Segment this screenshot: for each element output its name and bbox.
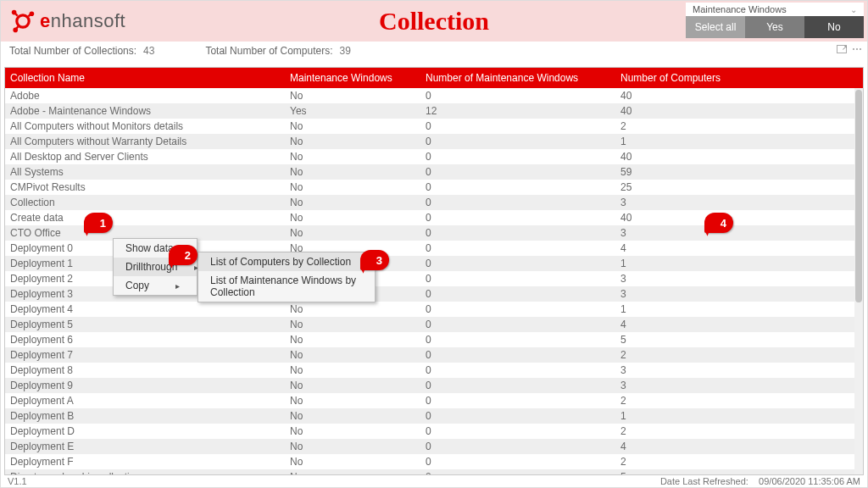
table-row[interactable]: Deployment 8No03 [5, 363, 854, 378]
cell-num-computers: 4 [615, 319, 854, 330]
annotation-4: 4 [704, 213, 733, 233]
cell-num-computers: 59 [615, 166, 854, 178]
cell-maintenance-windows: No [285, 303, 420, 315]
ctx-list-computers[interactable]: List of Computers by Collection [198, 252, 375, 271]
cell-num-computers: 4 [615, 441, 854, 452]
scrollbar-thumb[interactable] [855, 90, 862, 302]
table-row[interactable]: Deployment 5No04 [5, 317, 854, 332]
cell-num-computers: 2 [615, 120, 854, 132]
col-maintenance-windows[interactable]: Maintenance Windows [285, 72, 420, 84]
cell-num-computers: 5 [615, 334, 854, 346]
cell-num-maintenance-windows: 0 [420, 273, 615, 285]
annotation-3: 3 [360, 250, 389, 270]
cell-num-computers: 2 [615, 395, 854, 407]
cell-num-maintenance-windows: 0 [420, 166, 615, 178]
cell-collection-name: Deployment 5 [5, 319, 285, 330]
table-row[interactable]: AdobeNo040 [5, 88, 854, 103]
cell-collection-name: All Computers without Monitors details [5, 120, 285, 132]
total-computers-value: 39 [340, 45, 351, 57]
table-row[interactable]: Deployment FNo02 [5, 454, 854, 469]
cell-maintenance-windows: Yes [285, 105, 420, 117]
cell-num-maintenance-windows: 0 [420, 471, 615, 474]
cell-maintenance-windows: No [285, 456, 420, 468]
cell-maintenance-windows: No [285, 227, 420, 239]
filter-select-all-button[interactable]: Select all [686, 16, 745, 38]
cell-maintenance-windows: No [285, 425, 420, 437]
cell-maintenance-windows: No [285, 90, 420, 102]
cell-collection-name: Adobe - Maintenance Windows [5, 105, 285, 117]
cell-collection-name: Adobe [5, 90, 285, 102]
cell-num-maintenance-windows: 0 [420, 395, 615, 407]
cell-maintenance-windows: No [285, 380, 420, 391]
cell-num-maintenance-windows: 0 [420, 410, 615, 422]
total-computers-label: Total Number of Computers: [205, 45, 332, 57]
table-row[interactable]: All Computers without Monitors detailsNo… [5, 119, 854, 134]
table-row[interactable]: Deployment ENo04 [5, 439, 854, 454]
cell-num-computers: 4 [615, 242, 854, 254]
footer-bar: V1.1 Date Last Refreshed: 09/06/2020 11:… [4, 475, 864, 487]
table-row[interactable]: Deployment 4No01 [5, 302, 854, 317]
table-row[interactable]: CollectionNo03 [5, 195, 854, 210]
table-row[interactable]: Deployment 6No05 [5, 332, 854, 347]
submenu-arrow-icon: ▸ [175, 281, 180, 291]
cell-num-maintenance-windows: 0 [420, 258, 615, 269]
table-row[interactable]: Deployment DNo02 [5, 424, 854, 439]
cell-num-maintenance-windows: 0 [420, 349, 615, 361]
col-num-computers[interactable]: Number of Computers [615, 72, 863, 84]
cell-collection-name: Deployment E [5, 441, 285, 452]
refreshed-value: 09/06/2020 11:35:06 AM [759, 476, 860, 486]
cell-maintenance-windows: No [285, 181, 420, 193]
svg-line-4 [15, 14, 17, 15]
focus-mode-icon[interactable]: ↗ [837, 45, 847, 53]
table-row[interactable]: Deployment BNo01 [5, 408, 854, 424]
cell-collection-name: Deployment D [5, 425, 285, 437]
cell-maintenance-windows: No [285, 334, 420, 346]
col-num-maintenance-windows[interactable]: Number of Maintenance Windows [420, 72, 615, 84]
cell-collection-name: CMPivot Results [5, 181, 285, 193]
cell-num-maintenance-windows: 0 [420, 120, 615, 132]
filter-dropdown[interactable]: Maintenance Windows ⌄ [686, 3, 864, 16]
filter-yes-button[interactable]: Yes [745, 16, 804, 38]
cell-num-computers: 3 [615, 273, 854, 285]
filter-panel: Maintenance Windows ⌄ Select all Yes No [686, 3, 864, 38]
cell-num-maintenance-windows: 0 [420, 227, 615, 239]
table-row[interactable]: Deployment ANo02 [5, 393, 854, 408]
version-label: V1.1 [8, 476, 27, 486]
cell-collection-name: All Desktop and Server Clients [5, 151, 285, 163]
cell-num-computers: 1 [615, 258, 854, 269]
chevron-down-icon: ⌄ [850, 5, 857, 14]
svg-point-0 [17, 15, 29, 27]
cell-maintenance-windows: No [285, 349, 420, 361]
col-collection-name[interactable]: Collection Name [5, 72, 285, 84]
filter-no-button[interactable]: No [804, 16, 864, 38]
table-row[interactable]: Adobe - Maintenance WindowsYes1240 [5, 103, 854, 119]
table-row[interactable]: Deployment 9No03 [5, 378, 854, 393]
cell-maintenance-windows: No [285, 120, 420, 132]
table-row[interactable]: All Computers without Warranty DetailsNo… [5, 134, 854, 149]
cell-num-maintenance-windows: 0 [420, 380, 615, 391]
cell-collection-name: Deployment 8 [5, 364, 285, 376]
cell-num-maintenance-windows: 0 [420, 151, 615, 163]
cell-num-computers: 3 [615, 380, 854, 391]
ctx-copy[interactable]: Copy▸ [114, 276, 197, 295]
ctx-list-maint-windows[interactable]: List of Maintenance Windows by Collectio… [198, 271, 375, 302]
summary-bar: Total Number of Collections: 43 Total Nu… [1, 42, 867, 60]
annotation-1: 1 [84, 213, 113, 233]
table-row[interactable]: All SystemsNo059 [5, 164, 854, 180]
cell-collection-name: CTO Office [5, 227, 285, 239]
cell-collection-name: Deployment F [5, 456, 285, 468]
table-header: Collection Name Maintenance Windows Numb… [5, 68, 863, 88]
cell-num-computers: 3 [615, 227, 854, 239]
table-row[interactable]: Deployment 7No02 [5, 347, 854, 363]
svg-line-6 [16, 26, 18, 28]
table-row[interactable]: CMPivot ResultsNo025 [5, 180, 854, 195]
total-collections-value: 43 [143, 45, 154, 57]
cell-num-maintenance-windows: 0 [420, 212, 615, 224]
vertical-scrollbar[interactable] [854, 88, 863, 474]
table-row[interactable]: Direct membership collectionNo05 [5, 469, 854, 474]
cell-num-maintenance-windows: 0 [420, 425, 615, 437]
cell-num-maintenance-windows: 0 [420, 364, 615, 376]
more-options-icon[interactable]: ⋯ [852, 43, 862, 55]
cell-maintenance-windows: No [285, 166, 420, 178]
table-row[interactable]: All Desktop and Server ClientsNo040 [5, 149, 854, 164]
